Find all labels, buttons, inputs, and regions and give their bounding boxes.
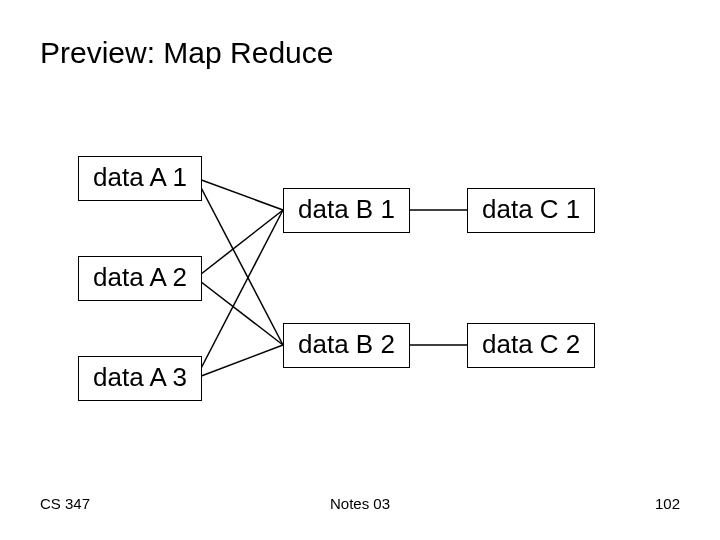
- slide-title: Preview: Map Reduce: [40, 36, 333, 70]
- svg-line-3: [196, 178, 283, 345]
- box-c1: data C 1: [467, 188, 595, 233]
- svg-line-2: [196, 210, 283, 378]
- box-b1: data B 1: [283, 188, 410, 233]
- box-c2: data C 2: [467, 323, 595, 368]
- footer-page: 102: [655, 495, 680, 512]
- svg-line-0: [196, 178, 283, 210]
- svg-line-5: [196, 345, 283, 378]
- svg-line-4: [196, 278, 283, 345]
- box-a2: data A 2: [78, 256, 202, 301]
- box-a1: data A 1: [78, 156, 202, 201]
- svg-line-1: [196, 210, 283, 278]
- footer-notes: Notes 03: [0, 495, 720, 512]
- box-b2: data B 2: [283, 323, 410, 368]
- box-a3: data A 3: [78, 356, 202, 401]
